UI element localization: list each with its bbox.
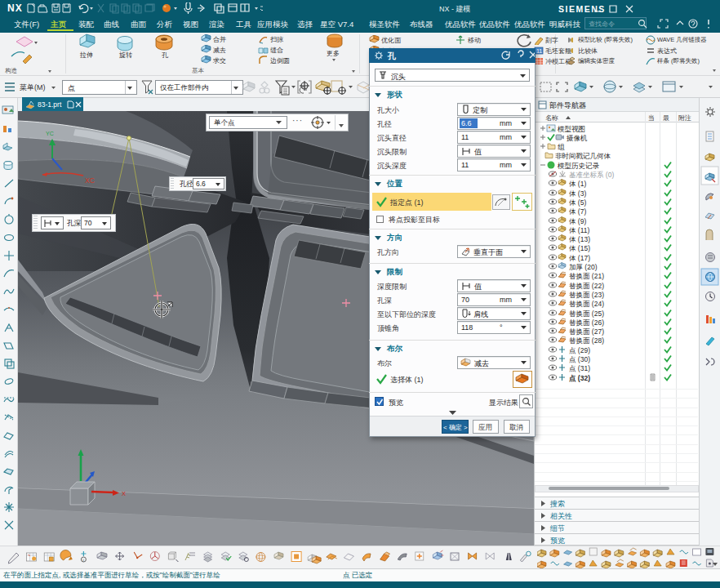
svg-text:11: 11 xyxy=(536,48,542,54)
svg-text:X: X xyxy=(122,490,126,497)
svg-text:i: i xyxy=(82,558,83,563)
svg-text:YC: YC xyxy=(46,131,54,136)
svg-text:XC: XC xyxy=(85,176,95,185)
